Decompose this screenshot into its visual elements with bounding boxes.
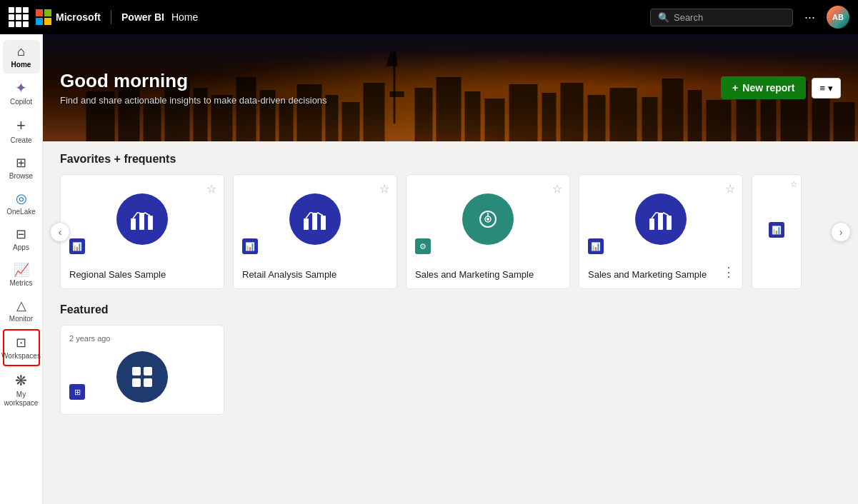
card-title-4: Sales and Marketing Sample — [588, 269, 734, 280]
search-icon: 🔍 — [658, 12, 669, 23]
sidebar-item-metrics[interactable]: 📈 Metrics — [3, 258, 40, 292]
card-circle-1 — [116, 193, 168, 245]
sidebar-item-my-workspace[interactable]: ❋ My workspace — [3, 368, 40, 412]
card-sales-marketing-2[interactable]: ☆ 📊 Sales — [579, 174, 743, 289]
svg-rect-47 — [667, 216, 672, 230]
search-box[interactable]: 🔍 — [650, 9, 793, 26]
featured-badge-icon: ⊞ — [74, 388, 81, 397]
favorite-star-3[interactable]: ☆ — [552, 182, 562, 196]
sidebar-item-create[interactable]: + Create — [3, 112, 40, 149]
card-more-button-4[interactable]: ⋮ — [722, 264, 735, 280]
svg-rect-48 — [132, 367, 141, 376]
metrics-icon: 📈 — [14, 262, 29, 278]
favorite-star-5[interactable]: ☆ — [790, 179, 798, 189]
top-nav-right: 🔍 ··· AB — [650, 6, 849, 29]
favorite-star-4[interactable]: ☆ — [725, 182, 735, 196]
copilot-icon: ✦ — [15, 79, 27, 96]
card-icon-area-3 — [415, 183, 561, 255]
plus-icon: + — [732, 82, 738, 94]
featured-card[interactable]: 2 years ago ⊞ — [60, 325, 224, 415]
svg-point-44 — [487, 218, 489, 221]
card-retail-analysis[interactable]: ☆ 📊 Retai — [233, 174, 397, 289]
sidebar-label-workspaces: Workspaces — [1, 352, 41, 361]
favorites-cards-row: ☆ 📊 Regio — [60, 174, 841, 289]
card-sales-marketing-1[interactable]: ☆ ⚙ Sales — [406, 174, 570, 289]
svg-rect-38 — [304, 218, 309, 230]
featured-section-title: Featured — [60, 303, 841, 316]
onelake-icon: ◎ — [16, 191, 27, 206]
sidebar-item-onelake[interactable]: ◎ OneLake — [3, 186, 40, 221]
bar-chart-icon-2 — [302, 208, 328, 230]
card-badge-5: 📊 — [769, 222, 784, 238]
sidebar-label-monitor: Monitor — [9, 315, 33, 323]
microsoft-logo: Microsoft — [36, 9, 101, 25]
card-regional-sales[interactable]: ☆ 📊 Regio — [60, 174, 224, 289]
new-report-label: New report — [742, 82, 794, 94]
sidebar-item-monitor[interactable]: △ Monitor — [3, 293, 40, 328]
sidebar-item-browse[interactable]: ⊞ Browse — [3, 151, 40, 185]
sidebar-label-browse: Browse — [9, 172, 33, 181]
sidebar-item-copilot[interactable]: ✦ Copilot — [3, 75, 40, 111]
favorites-scroll-container: ‹ ☆ — [60, 174, 841, 289]
content-area: Favorites + frequents ‹ ☆ — [43, 141, 858, 426]
microsoft-text: Microsoft — [56, 11, 101, 23]
workspaces-icon: ⊡ — [16, 335, 26, 351]
featured-badge: ⊞ — [69, 384, 85, 400]
card-badge-2: 📊 — [242, 238, 258, 254]
sidebar-label-copilot: Copilot — [10, 98, 32, 106]
ms-logo-grid — [36, 9, 51, 25]
featured-circle — [116, 351, 168, 403]
main-content: Good morning Find and share actionable i… — [43, 34, 858, 504]
svg-rect-50 — [132, 378, 141, 387]
search-input[interactable] — [674, 12, 774, 23]
monitor-icon: △ — [16, 298, 26, 313]
new-report-button[interactable]: + New report — [721, 76, 806, 99]
cards-next-button[interactable]: › — [831, 222, 851, 242]
card-title-1: Regional Sales Sample — [69, 269, 215, 280]
more-options-button[interactable]: ··· — [800, 7, 819, 28]
sidebar-label-metrics: Metrics — [9, 279, 32, 288]
sidebar-label-onelake: OneLake — [6, 208, 36, 216]
featured-timestamp: 2 years ago — [69, 334, 215, 343]
card-badge-icon-4: 📊 — [591, 242, 601, 251]
view-toggle-icon: ≡ — [819, 83, 825, 94]
bar-chart-icon-1 — [129, 208, 155, 230]
favorite-star-2[interactable]: ☆ — [379, 182, 389, 196]
view-toggle-button[interactable]: ≡ ▾ — [812, 78, 841, 99]
gauge-icon — [477, 208, 499, 231]
hero-actions: + New report ≡ ▾ — [721, 76, 841, 99]
card-circle-2 — [289, 193, 341, 245]
sidebar-item-apps[interactable]: ⊟ Apps — [3, 222, 40, 256]
avatar[interactable]: AB — [827, 6, 849, 29]
favorite-star-1[interactable]: ☆ — [206, 182, 216, 196]
svg-rect-51 — [144, 378, 152, 387]
card-partial[interactable]: ☆ 📊 — [752, 174, 802, 289]
featured-icon-area — [69, 348, 215, 405]
svg-rect-45 — [649, 218, 654, 230]
apps-icon: ⊟ — [16, 226, 26, 242]
card-icon-area-5: 📊 — [761, 183, 792, 241]
nav-divider — [111, 10, 111, 24]
card-icon-area-2 — [242, 183, 388, 255]
featured-section: Featured 2 years ago ⊞ — [60, 303, 841, 415]
sidebar-item-workspaces[interactable]: ⊡ Workspaces — [3, 329, 40, 366]
top-navigation: Microsoft Power BI Home 🔍 ··· AB — [0, 0, 858, 34]
home-icon: ⌂ — [17, 44, 25, 59]
create-icon: + — [16, 116, 26, 135]
page-name: Home — [171, 11, 198, 23]
cards-prev-button[interactable]: ‹ — [50, 222, 70, 242]
dashboard-icon — [129, 364, 155, 390]
card-badge-icon-2: 📊 — [245, 242, 255, 251]
card-badge-4: 📊 — [588, 238, 604, 254]
sidebar-label-my-workspace: My workspace — [4, 390, 39, 408]
card-icon-area-4 — [588, 183, 734, 255]
waffle-menu[interactable] — [9, 7, 29, 27]
card-badge-3: ⚙ — [415, 238, 431, 254]
sidebar-label-create: Create — [10, 136, 31, 145]
sidebar-label-home: Home — [11, 61, 31, 69]
hero-greeting: Good morning — [60, 70, 327, 92]
card-title-2: Retail Analysis Sample — [242, 269, 388, 280]
sidebar-item-home[interactable]: ⌂ Home — [3, 40, 40, 74]
hero-subtitle: Find and share actionable insights to ma… — [60, 95, 327, 106]
svg-rect-49 — [144, 367, 152, 376]
